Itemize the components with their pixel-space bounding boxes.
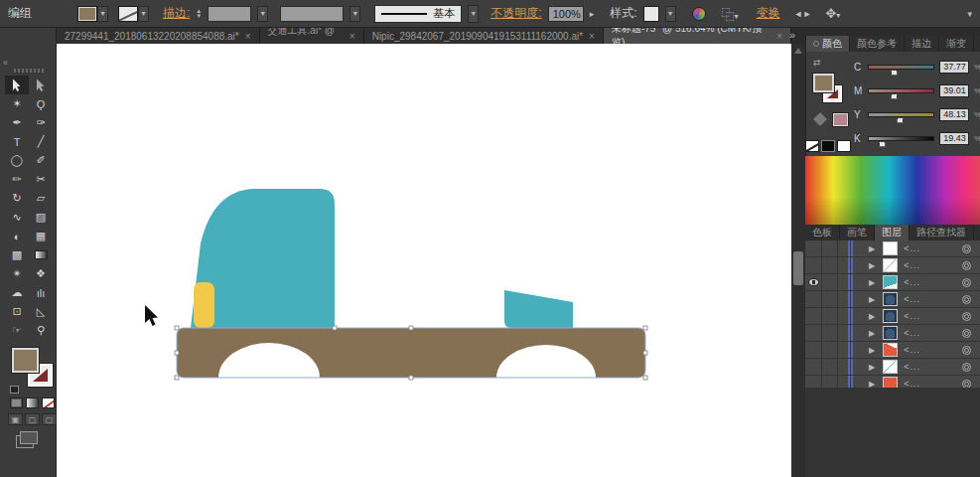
screen-mode-icon[interactable]	[20, 431, 38, 444]
color-panel-tab-3[interactable]: 渐变	[939, 36, 974, 52]
layer-row[interactable]: ▶<...	[805, 308, 980, 325]
layers-panel-tab-3[interactable]: 路径查找器	[910, 225, 974, 240]
hand-tool-icon[interactable]: ☞	[5, 321, 29, 340]
stroke-color-button[interactable]: ▾	[118, 6, 149, 22]
blend-tool-icon[interactable]: ❖	[29, 264, 53, 283]
truck-light-shape[interactable]	[194, 282, 214, 328]
panel-menu-icon[interactable]: ▾	[967, 9, 972, 19]
black-swatch[interactable]	[821, 140, 835, 152]
visibility-cell[interactable]	[805, 257, 822, 273]
variable-width-select[interactable]	[280, 6, 344, 22]
magic-wand-tool-icon[interactable]: ✶	[5, 94, 29, 113]
color-button[interactable]	[10, 398, 23, 408]
layer-row[interactable]: ▶<...	[805, 325, 980, 342]
expand-triangle-icon[interactable]: ▶	[869, 244, 875, 253]
layer-thumbnail[interactable]	[883, 241, 898, 255]
slider-track[interactable]	[868, 136, 934, 141]
document-tab-0[interactable]: 27299441_20180613220208854088.ai*×	[57, 28, 260, 44]
layer-row[interactable]: ▶<...	[805, 274, 980, 291]
slider-thumb[interactable]	[891, 70, 898, 76]
swap-fill-stroke-icon[interactable]: ⇄	[813, 58, 821, 68]
curvature-tool-icon[interactable]: ✑	[29, 113, 53, 132]
layer-row[interactable]: ▶<...	[805, 359, 980, 376]
none-swatch[interactable]	[805, 140, 819, 152]
layer-thumbnail[interactable]	[883, 275, 898, 289]
slider-track[interactable]	[868, 112, 934, 117]
zoom-tool-icon[interactable]: ⚲	[29, 321, 53, 340]
stroke-weight-select[interactable]	[208, 6, 251, 22]
visibility-cell[interactable]	[805, 342, 822, 358]
layer-row[interactable]: ▶<...	[805, 257, 980, 274]
expand-triangle-icon[interactable]: ▶	[869, 312, 875, 321]
chevron-down-icon[interactable]: ▾	[97, 6, 108, 22]
chevron-down-icon[interactable]: ▾	[350, 6, 360, 22]
document-tab-3[interactable]: 未标题-75* @ 516.64% (CMYK/预览)×	[604, 28, 791, 44]
scroll-up-icon[interactable]	[794, 48, 802, 54]
slider-thumb[interactable]	[897, 117, 904, 123]
chevron-down-icon[interactable]: ▾	[138, 6, 149, 22]
layer-thumbnail[interactable]	[883, 377, 898, 388]
column-graph-tool-icon[interactable]: ılı	[29, 283, 53, 302]
scale-tool-icon[interactable]: ▱	[29, 189, 53, 208]
scissors-tool-icon[interactable]: ✂	[29, 170, 53, 189]
target-circle-icon[interactable]	[962, 261, 971, 270]
style-swatch[interactable]	[643, 6, 659, 22]
scrollbar-thumb[interactable]	[793, 251, 803, 285]
expand-triangle-icon[interactable]: ▶	[869, 295, 875, 304]
color-panel-tab-1[interactable]: 颜色参考	[850, 36, 905, 52]
gradient-button[interactable]	[26, 398, 39, 408]
width-tool-icon[interactable]: ∿	[5, 208, 29, 227]
close-icon[interactable]: ×	[245, 31, 251, 42]
visibility-cell[interactable]	[805, 376, 822, 388]
expand-triangle-icon[interactable]: ▶	[869, 380, 875, 389]
layers-panel-tab-0[interactable]: 色板	[805, 225, 840, 240]
perspective-grid-tool-icon[interactable]: ▦	[29, 227, 53, 245]
mesh-tool-icon[interactable]: ▩	[5, 245, 29, 264]
slider-track[interactable]	[868, 65, 934, 70]
type-tool-icon[interactable]: T	[5, 132, 29, 151]
slider-track[interactable]	[868, 88, 934, 93]
default-fill-stroke-icon[interactable]	[10, 386, 19, 394]
draw-normal-icon[interactable]: ▣	[8, 413, 23, 425]
visibility-cell[interactable]	[805, 274, 822, 290]
target-circle-icon[interactable]	[962, 278, 971, 287]
artboard-canvas[interactable]	[57, 44, 791, 477]
vertical-scrollbar[interactable]	[791, 44, 805, 477]
panel-grip[interactable]	[14, 69, 44, 73]
align-horizontal-icon[interactable]: ◄►	[794, 9, 812, 19]
layer-row[interactable]: ▶<...	[805, 240, 980, 257]
color-spectrum-bar[interactable]	[805, 156, 980, 225]
visibility-cell[interactable]	[805, 240, 822, 256]
draw-inside-icon[interactable]: ▢	[42, 413, 57, 425]
selection-tool-icon[interactable]	[5, 76, 29, 94]
visibility-cell[interactable]	[805, 359, 822, 375]
slider-value-input[interactable]: 19.43	[939, 132, 969, 145]
expand-triangle-icon[interactable]: ▶	[869, 278, 875, 287]
stroke-weight-stepper[interactable]: ▲▼	[196, 9, 202, 19]
chevron-down-icon[interactable]: ▾	[257, 6, 268, 22]
free-transform-tool-icon[interactable]: ▨	[29, 208, 53, 227]
layer-thumbnail[interactable]	[883, 326, 898, 340]
visibility-cell[interactable]	[805, 308, 822, 324]
slider-thumb[interactable]	[879, 141, 886, 147]
layer-thumbnail[interactable]	[883, 292, 898, 306]
lock-cell[interactable]	[822, 240, 838, 256]
pencil-tool-icon[interactable]: ✏	[5, 170, 29, 189]
slider-value-input[interactable]: 48.13	[939, 108, 969, 121]
slider-thumb[interactable]	[891, 93, 898, 99]
isolate-selection-icon[interactable]: ✥▾	[825, 6, 840, 21]
close-icon[interactable]: ×	[589, 31, 595, 42]
out-of-gamut-icon[interactable]	[812, 111, 829, 128]
expand-triangle-icon[interactable]: ▶	[869, 261, 875, 270]
chevron-right-icon[interactable]: ▸	[590, 9, 595, 19]
shape-builder-tool-icon[interactable]: ◐	[5, 227, 29, 245]
target-circle-icon[interactable]	[962, 295, 971, 304]
eye-icon[interactable]	[808, 278, 819, 286]
document-tab-2[interactable]: Nipic_29842067_2019090419153111162000.ai…	[364, 28, 604, 44]
lock-cell[interactable]	[822, 274, 838, 290]
lasso-tool-icon[interactable]: Ϙ	[29, 94, 53, 113]
line-segment-tool-icon[interactable]: ╱	[29, 132, 53, 151]
layers-panel-tab-1[interactable]: 画笔	[840, 225, 875, 240]
transform-link[interactable]: 变换	[757, 5, 780, 22]
lock-cell[interactable]	[822, 359, 838, 375]
